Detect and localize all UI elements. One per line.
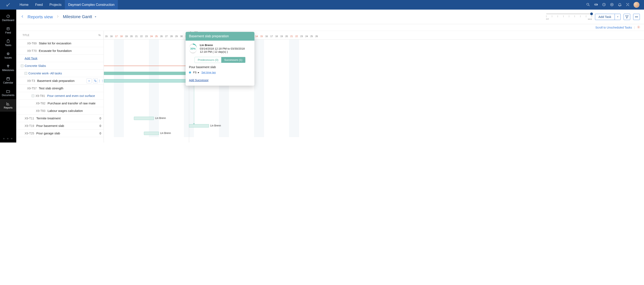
task-row[interactable]: X9-T19Pour basement slab0 xyxy=(16,122,104,130)
day-cell: 14 xyxy=(254,34,259,39)
add-task-button[interactable]: Add Task xyxy=(595,14,621,20)
add-successor-link[interactable]: Add Successor xyxy=(189,78,251,82)
gantt-bar-label: Lin Brenn xyxy=(210,124,221,127)
task-group-row[interactable]: −X9-T81Pour cement and even out surface xyxy=(16,92,104,100)
successor-item[interactable]: Pour basement slab xyxy=(189,65,251,69)
zoom-slider[interactable]: ||||||||| FITMAX xyxy=(546,13,592,20)
breadcrumb-reports[interactable]: Reports view xyxy=(28,14,53,19)
task-row[interactable]: X9-T70Excavate for foundation xyxy=(16,47,104,55)
svg-rect-10 xyxy=(7,77,10,80)
task-row[interactable]: X9-T57Test slab strength xyxy=(16,85,104,92)
clock-icon[interactable] xyxy=(602,2,606,7)
task-row[interactable]: X9-T25Pour garage slab0 xyxy=(16,130,104,137)
more-button[interactable]: ••• xyxy=(633,14,640,20)
sidebar-more[interactable]: ○ ○ ○ xyxy=(0,135,16,142)
svg-rect-8 xyxy=(7,40,9,42)
task-row[interactable]: X9-T82Purchase and transfer of raw mater… xyxy=(16,100,104,107)
collapse-toggle-icon[interactable]: − xyxy=(21,65,23,67)
relation-type[interactable]: FS▸ xyxy=(193,71,199,74)
day-cell: 18 xyxy=(274,34,279,39)
bug-icon xyxy=(6,52,10,56)
scroll-unscheduled-link[interactable]: Scroll to Unscheduled Tasks xyxy=(596,26,632,29)
plus-circle-icon[interactable] xyxy=(610,2,614,7)
calendar-icon xyxy=(6,77,10,81)
check-logo-icon xyxy=(6,3,10,7)
view-picker[interactable]: Milestone Gantt xyxy=(63,14,97,19)
task-row[interactable]: Add Task xyxy=(16,55,104,62)
drag-handle-icon[interactable]: ⋮⋮ xyxy=(99,78,103,83)
day-cell: 28 xyxy=(169,34,174,39)
gantt-bar[interactable] xyxy=(189,124,209,127)
task-group-row[interactable]: −Concrete work- All tasks xyxy=(16,70,104,77)
day-cell: 15 xyxy=(104,34,109,39)
svg-point-0 xyxy=(587,3,589,5)
back-icon[interactable] xyxy=(20,14,24,19)
task-percent: 0 xyxy=(95,117,104,120)
tab-predecessors[interactable]: Predecessors (0) xyxy=(195,57,221,63)
gamepad-icon[interactable] xyxy=(594,2,598,7)
progress-value: 30% xyxy=(189,44,197,52)
set-time-lag-link[interactable]: Set time lag xyxy=(202,71,216,74)
add-subtask-icon[interactable]: + xyxy=(86,78,92,83)
task-row[interactable]: X9-T11Termite treatment0 xyxy=(16,115,104,122)
day-cell: 16 xyxy=(109,34,114,39)
gantt-bar[interactable] xyxy=(134,117,154,120)
add-task-inline-link[interactable]: Add Task xyxy=(24,56,37,60)
day-cell: 18 xyxy=(119,34,124,39)
topnav-projects[interactable]: Projects xyxy=(46,0,65,9)
view-picker-label: Milestone Gantt xyxy=(63,14,92,19)
svg-point-9 xyxy=(8,53,9,55)
app-logo[interactable] xyxy=(0,3,16,7)
sidebar-item-dashboard[interactable]: Dashboard xyxy=(0,12,16,24)
gear-icon[interactable] xyxy=(637,25,640,29)
day-cell: 15 xyxy=(259,34,264,39)
col-percent: % xyxy=(95,34,104,37)
svg-rect-7 xyxy=(7,27,10,30)
filter-button[interactable] xyxy=(624,14,630,20)
sidebar: DashboardFeedTasksIssuesMilestonesCalend… xyxy=(0,9,16,142)
sidebar-item-tasks[interactable]: Tasks xyxy=(0,37,16,49)
day-cell: 21 xyxy=(134,34,139,39)
slider-max: MAX xyxy=(588,18,592,20)
gantt-bar[interactable] xyxy=(104,79,194,82)
top-nav: HomeFeedProjectsDaymart Complex Construc… xyxy=(0,0,644,9)
task-row[interactable]: X9-T3Basement slab preparation+⋮⋮ xyxy=(16,77,104,85)
caret-down-icon xyxy=(94,15,97,18)
search-icon[interactable] xyxy=(586,2,590,7)
topnav-home[interactable]: Home xyxy=(16,0,32,9)
day-cell: 24 xyxy=(304,34,309,39)
gantt-body[interactable]: Lin BrennLin BrennLin BrennLin BrennLin … xyxy=(104,39,644,137)
sidebar-item-reports[interactable]: Reports xyxy=(0,99,16,112)
topnav-daymart-complex-construction[interactable]: Daymart Complex Construction xyxy=(65,0,118,9)
collapse-toggle-icon[interactable]: − xyxy=(32,95,34,97)
gantt-bar[interactable] xyxy=(144,132,159,135)
bell-icon[interactable] xyxy=(618,2,622,7)
day-cell: 16 xyxy=(264,34,269,39)
topnav-feed[interactable]: Feed xyxy=(32,0,46,9)
tab-successors[interactable]: Successors (1) xyxy=(221,57,245,63)
sidebar-item-issues[interactable]: Issues xyxy=(0,49,16,62)
sidebar-item-milestones[interactable]: Milestones xyxy=(0,62,16,74)
task-row[interactable]: X9-T69Stake lot for excavation xyxy=(16,39,104,47)
sidebar-item-feed[interactable]: Feed xyxy=(0,24,16,37)
collapse-toggle-icon[interactable]: − xyxy=(24,72,27,75)
gantt-summary-bar[interactable] xyxy=(104,72,189,75)
add-task-dropdown[interactable] xyxy=(614,14,620,20)
task-list-panel: TITLE % X9-T69Stake lot for excavationX9… xyxy=(16,31,104,142)
feed-icon xyxy=(6,27,10,31)
day-cell: 25 xyxy=(309,34,314,39)
day-cell: 22 xyxy=(294,34,299,39)
task-percent: 0 xyxy=(95,132,104,135)
task-row[interactable]: X9-T83Labour wages calculation xyxy=(16,107,104,115)
avatar[interactable] xyxy=(634,2,640,8)
tools-icon[interactable] xyxy=(626,2,630,7)
chart-icon xyxy=(6,102,10,106)
svg-rect-13 xyxy=(96,81,96,82)
sidebar-item-calendar[interactable]: Calendar xyxy=(0,74,16,87)
day-cell: 29 xyxy=(174,34,179,39)
day-cell: 30 xyxy=(179,34,184,39)
task-settings-icon[interactable] xyxy=(93,78,98,83)
day-cell: 26 xyxy=(159,34,164,39)
sidebar-item-documents[interactable]: Documents xyxy=(0,87,16,99)
task-group-row[interactable]: −Concrete Slabs xyxy=(16,62,104,70)
